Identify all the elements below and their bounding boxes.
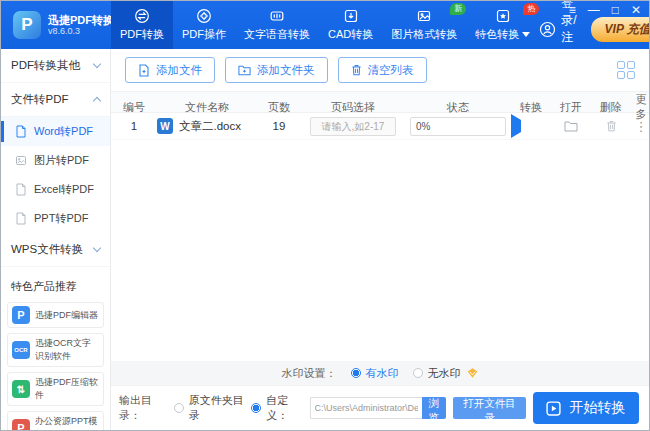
trash-icon — [351, 64, 362, 76]
output-path-input[interactable] — [310, 397, 422, 419]
promo-header: 特色产品推荐 — [7, 275, 104, 302]
convert-play-button[interactable] — [511, 114, 521, 138]
word-file-icon: W — [157, 118, 173, 134]
app-logo-icon: P — [13, 11, 41, 39]
promo-item-ocr[interactable]: OCR 迅捷OCR文字识别软件 — [7, 333, 104, 367]
sidebar-item-label: PPT转PDF — [34, 211, 88, 226]
more-options-button[interactable]: ⋮ — [631, 120, 650, 133]
play-box-icon — [546, 401, 561, 416]
maximize-button[interactable]: □ — [612, 4, 619, 16]
promo-item-ppt-template[interactable]: P 办公资源PPT模板 — [7, 411, 104, 431]
sidebar-item-ppt-to-pdf[interactable]: PPT转PDF — [1, 204, 110, 233]
audio-wave-icon — [269, 7, 285, 24]
radio-unselected-icon — [413, 368, 423, 378]
start-convert-label: 开始转换 — [569, 399, 625, 417]
main-nav: PDF转换 PDF操作 文字语音转换 CAD转换 — [111, 1, 539, 49]
table-row: 1 W 文章二.docx 19 0% ⋮ — [111, 113, 649, 140]
download-box-icon — [343, 7, 359, 24]
start-convert-button[interactable]: 开始转换 — [533, 392, 639, 424]
chevron-down-icon — [522, 32, 530, 37]
open-file-dir-button[interactable]: 打开文件目录 — [453, 397, 526, 419]
status-progress: 0% — [410, 117, 506, 136]
tab-label: PDF转换 — [120, 27, 164, 42]
promo-item-label: 迅捷OCR文字识别软件 — [35, 337, 99, 363]
promo-item-label: 办公资源PPT模板 — [35, 415, 99, 431]
document-icon — [15, 183, 27, 196]
image-icon — [15, 154, 27, 167]
trash-icon — [606, 120, 617, 132]
add-folder-label: 添加文件夹 — [257, 63, 315, 78]
sidebar-item-word-to-pdf[interactable]: Word转PDF — [1, 117, 110, 146]
tab-label: 图片格式转换 — [391, 27, 457, 42]
add-file-label: 添加文件 — [156, 63, 202, 78]
sidebar-section-pdf-other[interactable]: PDF转换其他 — [1, 49, 110, 83]
convert-icon — [134, 7, 150, 24]
tab-label: CAD转换 — [328, 27, 373, 42]
sidebar-section-wps-convert[interactable]: WPS文件转换 — [1, 233, 110, 267]
chevron-down-icon — [93, 60, 101, 68]
section-label: WPS文件转换 — [11, 242, 83, 257]
document-icon — [15, 212, 27, 225]
sidebar-section-file-to-pdf[interactable]: 文件转PDF — [1, 83, 110, 117]
custom-dir-label: 自定义： — [266, 393, 302, 423]
open-folder-button[interactable] — [551, 120, 591, 132]
section-label: 文件转PDF — [11, 92, 69, 107]
new-badge: 新 — [450, 3, 466, 15]
radio-selected-icon — [351, 368, 361, 378]
section-label: PDF转换其他 — [11, 58, 80, 73]
table-header: 编号 文件名称 页数 页码选择 状态 转换 打开 删除 更多 — [111, 91, 649, 113]
clear-list-label: 清空列表 — [368, 63, 414, 78]
ppt-template-icon: P — [12, 419, 30, 431]
watermark-settings-bar: 水印设置： 有水印 无水印 — [111, 361, 649, 385]
view-grid-icon[interactable] — [617, 61, 635, 79]
without-watermark-label: 无水印 — [428, 366, 461, 381]
chevron-down-icon — [93, 244, 101, 252]
add-file-button[interactable]: 添加文件 — [125, 57, 215, 83]
add-folder-icon — [238, 64, 251, 76]
row-index: 1 — [111, 120, 157, 132]
vip-recharge-button[interactable]: VIP 充值 — [591, 17, 650, 42]
close-button[interactable]: ✕ — [631, 4, 641, 16]
tab-image-format-convert[interactable]: 新 图片格式转换 — [382, 1, 466, 49]
vip-diamond-icon — [466, 367, 479, 379]
promo-item-label: 迅捷PDF编辑器 — [35, 309, 98, 322]
minimize-button[interactable]: — — [588, 4, 600, 16]
tab-pdf-operate[interactable]: PDF操作 — [173, 1, 235, 49]
document-icon — [15, 125, 27, 138]
radio-unselected-icon — [174, 403, 184, 413]
delete-row-button[interactable] — [591, 120, 631, 132]
ocr-icon: OCR — [12, 341, 30, 359]
sidebar-item-excel-to-pdf[interactable]: Excel转PDF — [1, 175, 110, 204]
app-window: P 迅捷PDF转换器 v8.6.0.3 PDF转换 PDF操作 — [0, 0, 650, 431]
clear-list-button[interactable]: 清空列表 — [338, 57, 427, 83]
promo-item-pdf-editor[interactable]: P 迅捷PDF编辑器 — [7, 302, 104, 328]
tab-pdf-convert[interactable]: PDF转换 — [111, 1, 173, 49]
tab-label: 特色转换 — [475, 27, 519, 42]
with-watermark-option[interactable]: 有水印 — [351, 366, 399, 381]
promo-panel: 特色产品推荐 P 迅捷PDF编辑器 OCR 迅捷OCR文字识别软件 ⇅ 迅捷PD… — [1, 267, 110, 431]
tab-text-speech-convert[interactable]: 文字语音转换 — [235, 1, 319, 49]
watermark-label: 水印设置： — [282, 366, 337, 381]
browse-button[interactable]: 浏览 — [422, 397, 447, 419]
add-folder-button[interactable]: 添加文件夹 — [225, 57, 328, 83]
gear-icon — [196, 7, 212, 24]
page-count: 19 — [257, 120, 301, 132]
promo-item-pdf-compress[interactable]: ⇅ 迅捷PDF压缩软件 — [7, 372, 104, 406]
menu-icon[interactable]: ≡ — [569, 4, 576, 16]
window-controls: ≡ — □ ✕ — [569, 4, 641, 16]
sidebar: PDF转换其他 文件转PDF Word转PDF 图片转PDF — [1, 49, 111, 430]
tab-label: PDF操作 — [182, 27, 226, 42]
custom-dir-option[interactable]: 自定义： — [251, 393, 302, 423]
original-folder-option[interactable]: 原文件夹目录 — [174, 393, 244, 423]
tab-label: 文字语音转换 — [244, 27, 310, 42]
tab-special-convert[interactable]: 热 特色转换 — [466, 1, 539, 49]
without-watermark-option[interactable]: 无水印 — [413, 366, 479, 381]
main-panel: 添加文件 添加文件夹 清空列表 编号 文件名称 页数 页码选择 状态 转换 — [111, 49, 649, 430]
add-file-icon — [138, 64, 150, 77]
page-select-input[interactable] — [310, 117, 396, 136]
sidebar-item-image-to-pdf[interactable]: 图片转PDF — [1, 146, 110, 175]
user-icon — [539, 21, 556, 38]
promo-item-label: 迅捷PDF压缩软件 — [35, 376, 99, 402]
sidebar-item-label: Excel转PDF — [34, 182, 94, 197]
tab-cad-convert[interactable]: CAD转换 — [319, 1, 382, 49]
